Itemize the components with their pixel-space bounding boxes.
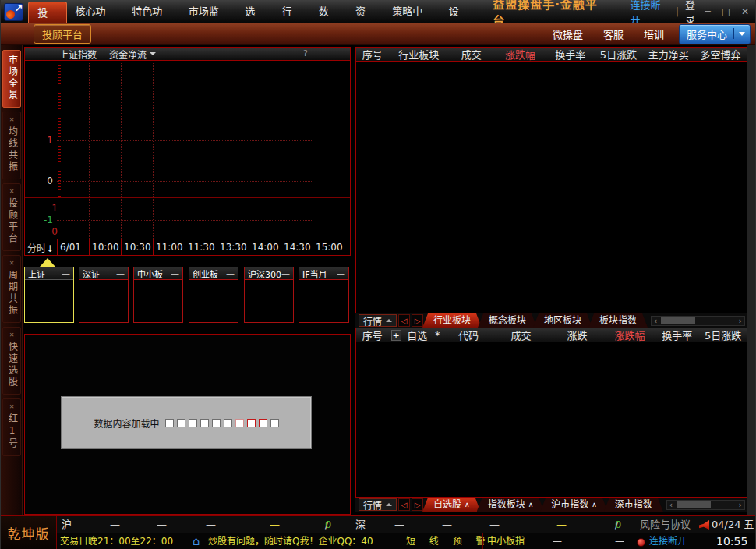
x-tick: 11:00: [153, 239, 185, 255]
col-change-pct[interactable]: 涨跌幅: [605, 328, 655, 342]
sidebar-tab-cycle-resonance[interactable]: ✕ 周期共振: [2, 255, 21, 323]
col-5day-change[interactable]: 5日涨跌: [699, 328, 747, 342]
tab-scrollbar[interactable]: ‹ ›: [651, 316, 745, 326]
scroll-right-icon[interactable]: ›: [739, 500, 742, 510]
menu-item-data[interactable]: 数据: [310, 0, 347, 23]
col-seq[interactable]: 序号: [356, 47, 389, 62]
loading-block: [247, 419, 256, 427]
tab-prev-button[interactable]: ◁: [398, 314, 410, 327]
close-icon[interactable]: ✕: [9, 188, 15, 195]
col-volume[interactable]: 成交: [493, 328, 549, 342]
col-industry[interactable]: 行业板块: [389, 47, 449, 62]
quotes-mode-dropdown[interactable]: 行情: [359, 498, 397, 511]
chevron-down-icon[interactable]: [739, 32, 745, 36]
menu-item-touguan[interactable]: 投顾: [28, 2, 66, 23]
close-icon[interactable]: ✕: [9, 260, 15, 267]
index-box-shanghai[interactable]: 上证—: [24, 267, 74, 323]
col-change-pct[interactable]: 涨跌幅: [494, 47, 546, 62]
sidebar-tab-advisor-platform[interactable]: ✕ 投顾平台: [2, 183, 21, 251]
toolbar: 投顾平台 微操盘 客服 培训 服务中心: [1, 23, 756, 45]
menu-item-settings[interactable]: 设置: [440, 0, 477, 23]
sidebar-tab-red1[interactable]: ✕ 红1号: [2, 398, 21, 456]
index-box-if-futures[interactable]: IF当月—: [299, 267, 349, 323]
micro-trade-button[interactable]: 微操盘: [542, 27, 593, 41]
connection-status-link[interactable]: 连接断开: [631, 0, 670, 27]
scrollbar-thumb[interactable]: [661, 317, 695, 324]
quotes-mode-dropdown[interactable]: 行情: [359, 314, 397, 327]
col-bull-bear[interactable]: 多空博弈: [694, 47, 747, 62]
index-box-value: —: [171, 268, 179, 278]
minimize-button[interactable]: ─: [705, 6, 710, 17]
scrollbar-thumb[interactable]: [677, 501, 711, 508]
tab-sz-index[interactable]: 深市指数: [604, 498, 663, 512]
risk-agreement-link[interactable]: 风险与协议: [640, 516, 691, 533]
index-box-shenzhen[interactable]: 深证—: [79, 267, 129, 323]
col-volume[interactable]: 成交: [449, 47, 494, 62]
caret-up-icon: ∧: [592, 498, 597, 512]
menu-item-quotes[interactable]: 行情: [273, 0, 309, 23]
scroll-left-icon[interactable]: ‹: [654, 316, 657, 326]
close-icon[interactable]: ✕: [9, 331, 15, 338]
index-box-hs300[interactable]: 沪深300—: [244, 267, 294, 323]
tab-prev-button[interactable]: ◁: [398, 498, 410, 511]
close-icon[interactable]: ✕: [9, 403, 15, 410]
tab-industry-board[interactable]: 行业板块: [422, 313, 482, 328]
tab-scrollbar[interactable]: ‹ ›: [666, 500, 745, 510]
scroll-left-icon[interactable]: ‹: [669, 500, 673, 510]
connection-indicator-icon[interactable]: [637, 538, 645, 547]
index-box-sme[interactable]: 中小板—: [133, 267, 183, 323]
tab-watchlist[interactable]: 自选股∧: [422, 498, 481, 512]
tab-index-board[interactable]: 指数板块∧: [477, 498, 545, 512]
close-button[interactable]: ✕: [741, 6, 749, 17]
scroll-right-icon[interactable]: ›: [739, 316, 742, 326]
menu-item-market-monitor[interactable]: 市场监测: [180, 0, 237, 23]
date-label: 04/24 五: [712, 516, 754, 533]
chart-right-divider: [313, 48, 313, 255]
col-code[interactable]: 代码: [444, 328, 493, 342]
market-status-row: 沪 — — — — 0/0 深 — — — — 0/0 风险与协议 04/24 …: [57, 516, 756, 533]
index-box-value: —: [281, 268, 290, 278]
advisor-platform-button[interactable]: 投顾平台: [34, 24, 91, 44]
col-seq[interactable]: 序号: [356, 328, 389, 342]
training-button[interactable]: 培训: [634, 27, 674, 41]
col-change[interactable]: 涨跌: [549, 328, 605, 342]
close-icon[interactable]: ✕: [9, 116, 15, 123]
col-turnover[interactable]: 换手率: [655, 328, 699, 342]
tab-concept-board[interactable]: 概念板块: [478, 313, 537, 328]
tab-next-button[interactable]: ▷: [412, 314, 423, 327]
col-5day-change[interactable]: 5日涨跌: [595, 47, 643, 62]
menu-item-features[interactable]: 特色功能: [123, 0, 180, 23]
menu-item-news[interactable]: 资讯: [347, 0, 383, 23]
tab-next-button[interactable]: ▷: [412, 498, 423, 511]
col-turnover[interactable]: 换手率: [546, 47, 595, 62]
tab-region-board[interactable]: 地区板块: [533, 313, 592, 328]
window-frame: [747, 45, 756, 516]
index-box-value: —: [62, 268, 70, 278]
col-main-buy[interactable]: 主力净买: [642, 47, 694, 62]
add-stock-button[interactable]: +: [391, 330, 401, 341]
customer-service-button[interactable]: 客服: [593, 27, 634, 41]
sidebar-tab-market-panorama[interactable]: 市场全景: [2, 50, 21, 108]
period-selector[interactable]: 分时↓: [25, 241, 57, 254]
sidebar-tab-quick-pick[interactable]: ✕ 快速选股: [2, 327, 21, 395]
loading-block: [259, 419, 267, 427]
col-watchlist[interactable]: 自选: [404, 328, 431, 342]
short-line-alert-button[interactable]: 短 线 预 警: [406, 533, 490, 549]
maximize-button[interactable]: □: [722, 6, 730, 17]
sidebar-tab-ma-resonance[interactable]: ✕ 均线共振: [2, 112, 21, 179]
series-selector-dropdown[interactable]: 资金净流: [109, 48, 156, 61]
tab-sh-index[interactable]: 沪市指数∧: [540, 498, 608, 512]
col-star[interactable]: *: [431, 329, 444, 341]
help-icon[interactable]: ?: [303, 48, 308, 58]
loading-dialog: 数据内容加载中: [61, 396, 312, 449]
home-icon[interactable]: ⌂: [193, 533, 200, 549]
index-box-chinext[interactable]: 创业板—: [189, 267, 238, 323]
sidebar-tab-label: 快速选股: [7, 342, 17, 388]
menu-item-strategy[interactable]: 策略中心: [383, 0, 440, 23]
menu-item-stock-pick[interactable]: 选股: [236, 0, 273, 23]
connection-status-text[interactable]: 连接断开: [649, 533, 687, 549]
login-button[interactable]: 登录: [685, 0, 705, 27]
tab-board-index[interactable]: 板块指数: [588, 313, 648, 328]
menu-item-core[interactable]: 核心功能: [67, 0, 124, 23]
service-center-button[interactable]: 服务中心: [679, 24, 751, 44]
